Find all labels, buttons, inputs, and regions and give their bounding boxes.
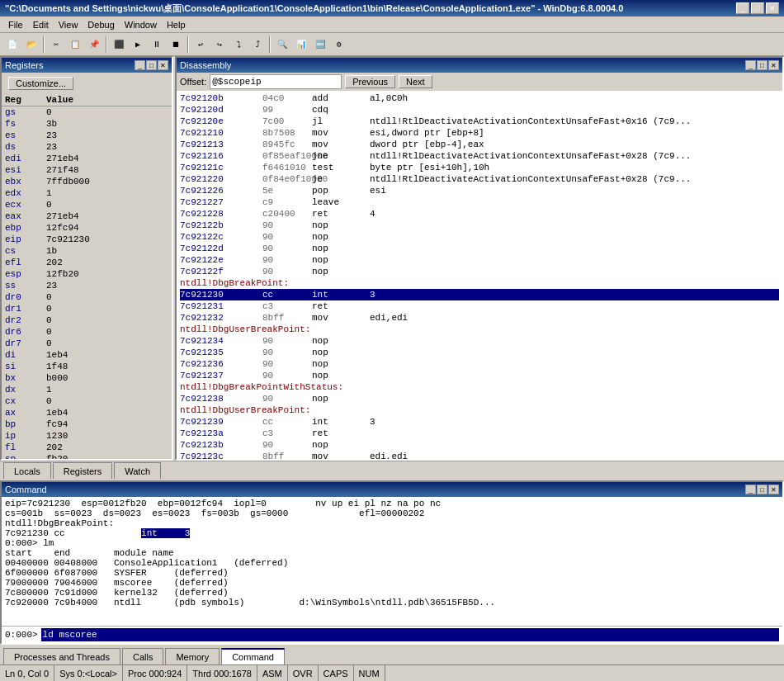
disasm-bytes-24: 90 [262, 371, 312, 381]
cmd-tab-calls[interactable]: Calls [122, 648, 163, 664]
disasm-mnem-7: je [312, 174, 370, 184]
disasm-minimize[interactable]: _ [745, 60, 756, 70]
offset-label: Offset: [180, 77, 206, 87]
disasm-row-2: 7c92120e7c00jlntdll!RtlDeactivateActivat… [180, 116, 779, 127]
disasm-mnem-2: jl [312, 116, 370, 126]
toolbar-btn13[interactable]: 🔤 [311, 35, 329, 54]
reg-row-sp: spfb20 [2, 453, 172, 459]
toolbar-paste[interactable]: 📌 [85, 35, 103, 54]
next-button[interactable]: Next [399, 75, 432, 88]
reg-name-cs: cs [5, 246, 46, 256]
toolbar-btn5[interactable]: ⏸ [148, 35, 166, 54]
menu-item-file[interactable]: File [3, 19, 28, 31]
disasm-operands-3: esi,dword ptr [ebp+8] [370, 128, 484, 138]
disasm-bytes-30: 90 [262, 440, 312, 450]
command-input[interactable] [41, 628, 779, 641]
toolbar-btn9[interactable]: ⤵ [229, 35, 248, 54]
disasm-addr-6: 7c92121c [180, 163, 262, 173]
reg-value-fs: 3b [46, 119, 168, 129]
reg-name-dr7: dr7 [5, 338, 46, 348]
disasm-maximize[interactable]: □ [757, 60, 767, 70]
cmd-tab-command[interactable]: Command [221, 648, 285, 664]
disasm-row-22: 7c92123590nop [180, 347, 779, 358]
previous-button[interactable]: Previous [345, 75, 395, 88]
menu-item-view[interactable]: View [54, 19, 83, 31]
disasm-title-buttons: _ □ ✕ [745, 60, 779, 70]
toolbar-btn11[interactable]: 🔍 [273, 35, 291, 54]
disasm-addr-3: 7c921210 [180, 128, 262, 138]
disasm-addr-15: 7c92122f [180, 267, 262, 277]
command-title-buttons: _ □ ✕ [745, 485, 779, 494]
registers-scroll[interactable]: gs0fs3bes23ds23edi271eb4esi271f48ebx7ffd… [2, 106, 172, 459]
bottom-tab-registers[interactable]: Registers [53, 462, 112, 479]
reg-value-eip: 7c921230 [46, 234, 168, 244]
toolbar-btn6[interactable]: ⏹ [167, 35, 185, 54]
reg-row-efl: efl202 [2, 257, 172, 268]
toolbar-btn7[interactable]: ↩ [191, 35, 210, 54]
close-button[interactable]: ✕ [766, 2, 779, 14]
cmd-tab-memory[interactable]: Memory [165, 648, 220, 664]
offset-input[interactable] [210, 74, 342, 89]
command-maximize[interactable]: □ [757, 485, 767, 494]
registers-maximize[interactable]: □ [146, 60, 157, 70]
maximize-button[interactable]: □ [751, 2, 764, 14]
disasm-toolbar: Offset: Previous Next [177, 73, 782, 91]
disasm-mnem-29: ret [312, 428, 370, 438]
disasm-addr-2: 7c92120e [180, 116, 262, 126]
toolbar-open[interactable]: 📂 [22, 35, 40, 54]
disasm-bytes-4: 8945fc [262, 140, 312, 149]
toolbar-btn14[interactable]: ⚙ [330, 35, 348, 54]
toolbar-cut[interactable]: ✂ [47, 35, 65, 54]
command-prompt: 0:000> [5, 630, 38, 640]
menu-item-edit[interactable]: Edit [28, 19, 54, 31]
reg-value-cx: 0 [46, 396, 168, 406]
minimize-button[interactable]: _ [736, 2, 749, 14]
registers-title-bar: Registers _ □ ✕ [2, 58, 172, 73]
registers-minimize[interactable]: _ [135, 60, 145, 70]
disasm-close[interactable]: ✕ [768, 60, 779, 70]
toolbar-btn3[interactable]: ⬛ [110, 35, 128, 54]
reg-value-ebx: 7ffdb000 [46, 177, 168, 187]
disasm-operands-19: edi,edi [370, 313, 408, 323]
disasm-addr-23: 7c921236 [180, 359, 262, 369]
command-title: Command [5, 485, 47, 494]
cmd-tab-processes-and-threads[interactable]: Processes and Threads [3, 648, 120, 664]
disasm-operands-8: esi [370, 186, 386, 196]
disassembly-panel: Disassembly _ □ ✕ Offset: Previous Next … [175, 56, 784, 461]
disasm-bytes-17: cc [262, 290, 312, 300]
disasm-row-15: 7c92122f90nop [180, 266, 779, 277]
disasm-mnem-23: nop [312, 359, 370, 369]
disasm-row-4: 7c9212138945fcmovdword ptr [ebp-4],eax [180, 139, 779, 150]
reg-value-gs: 0 [46, 107, 168, 117]
registers-close[interactable]: ✕ [158, 60, 168, 70]
disasm-mnem-0: add [312, 93, 370, 103]
menu-item-debug[interactable]: Debug [83, 19, 119, 31]
cmd-line-1: cs=001b ss=0023 ds=0023 es=0023 fs=003b … [5, 508, 779, 518]
reg-name-si: si [5, 362, 46, 371]
registers-header: Reg Value [2, 94, 172, 106]
disasm-row-7: 7c9212200f84e0f10000jentdll!RtlDeactivat… [180, 173, 779, 185]
disasm-addr-19: 7c921232 [180, 313, 262, 323]
toolbar-copy[interactable]: 📋 [66, 35, 84, 54]
toolbar-sep4 [269, 36, 271, 53]
toolbar-btn4[interactable]: ▶ [129, 35, 147, 54]
disasm-row-18: 7c921231c3ret [180, 300, 779, 312]
disasm-addr-24: 7c921237 [180, 371, 262, 381]
reg-name-esp: esp [5, 269, 46, 279]
command-minimize[interactable]: _ [745, 485, 756, 494]
toolbar-new[interactable]: 📄 [3, 35, 21, 54]
toolbar-btn8[interactable]: ↪ [210, 35, 229, 54]
reg-row-bp: bpfc94 [2, 419, 172, 430]
disasm-bytes-22: 90 [262, 348, 312, 357]
menu-item-window[interactable]: Window [120, 19, 162, 31]
menu-item-help[interactable]: Help [162, 19, 191, 31]
command-close[interactable]: ✕ [768, 485, 779, 494]
reg-col-value: Value [46, 95, 168, 105]
toolbar-btn10[interactable]: ⤴ [248, 35, 267, 54]
customize-button[interactable]: Customize... [8, 77, 73, 90]
cmd-line-2: ntdll!DbgBreakPoint: [5, 518, 779, 528]
bottom-tab-watch[interactable]: Watch [114, 462, 161, 479]
bottom-tab-locals[interactable]: Locals [3, 462, 51, 479]
toolbar-btn12[interactable]: 📊 [292, 35, 310, 54]
disasm-mnem-15: nop [312, 267, 370, 277]
